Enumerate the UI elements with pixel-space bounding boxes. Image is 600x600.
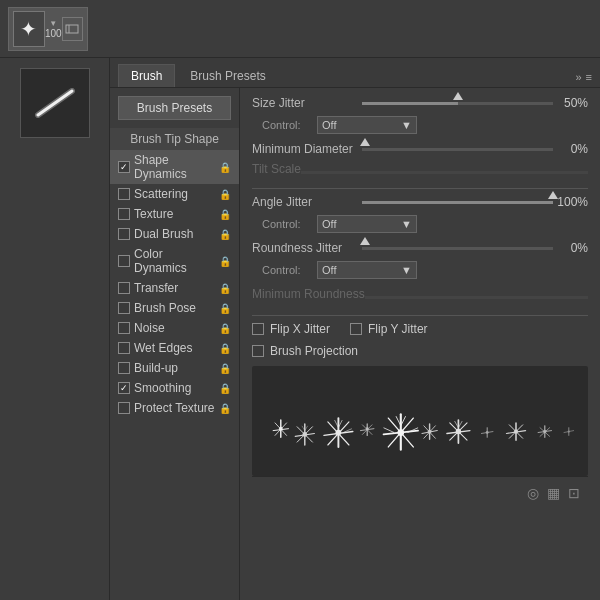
svg-point-57 (514, 429, 518, 433)
angle-jitter-slider[interactable] (362, 195, 553, 209)
brush-dropdown[interactable]: ▼ 100 (45, 19, 62, 39)
checkbox-protect-texture[interactable] (118, 402, 130, 414)
item-label-smoothing: Smoothing (134, 381, 215, 395)
angle-control-arrow-icon: ▼ (401, 218, 412, 230)
eyedropper-icon[interactable]: ◎ (527, 485, 539, 501)
svg-point-65 (568, 430, 570, 432)
checkbox-scattering[interactable] (118, 188, 130, 200)
lock-icon-wet-edges: 🔒 (219, 343, 231, 354)
list-item-texture[interactable]: Texture 🔒 (110, 204, 239, 224)
size-jitter-value: 50% (553, 96, 588, 110)
min-diameter-thumb (360, 138, 370, 146)
checkbox-brush-projection[interactable] (252, 345, 264, 357)
checkbox-flip-x[interactable] (252, 323, 264, 335)
svg-point-52 (486, 431, 489, 434)
list-item-wet-edges[interactable]: Wet Edges 🔒 (110, 338, 239, 358)
size-jitter-label: Size Jitter (252, 96, 362, 110)
svg-point-47 (456, 429, 461, 434)
svg-point-42 (428, 430, 432, 434)
top-toolbar: ✦ ▼ 100 (0, 0, 600, 58)
item-label-scattering: Scattering (134, 187, 215, 201)
brush-mode-icon[interactable] (62, 17, 83, 41)
roundness-jitter-track (362, 247, 553, 250)
svg-line-3 (38, 91, 72, 115)
item-label-transfer: Transfer (134, 281, 215, 295)
size-jitter-slider[interactable] (362, 96, 553, 110)
checkbox-brush-pose[interactable] (118, 302, 130, 314)
angle-jitter-row: Angle Jitter 100% (252, 195, 588, 209)
size-control-row: Control: Off ▼ (252, 116, 588, 134)
size-control-select[interactable]: Off ▼ (317, 116, 417, 134)
checkbox-smoothing[interactable] (118, 382, 130, 394)
svg-point-20 (336, 430, 342, 436)
list-item-protect-texture[interactable]: Protect Texture 🔒 (110, 398, 239, 418)
expand-icon[interactable]: » (575, 71, 581, 83)
checkbox-wet-edges[interactable] (118, 342, 130, 354)
min-diameter-label: Minimum Diameter (252, 142, 362, 156)
size-jitter-row: Size Jitter 50% (252, 96, 588, 110)
lock-icon-protect-texture: 🔒 (219, 403, 231, 414)
svg-point-28 (366, 427, 369, 430)
angle-jitter-track (362, 201, 553, 204)
roundness-control-arrow-icon: ▼ (401, 264, 412, 276)
brush-presets-button[interactable]: Brush Presets (118, 96, 231, 120)
grid-icon[interactable]: ▦ (547, 485, 560, 501)
tilt-scale-track (301, 171, 588, 174)
bottom-toolbar: ◎ ▦ ⊡ (252, 476, 588, 508)
checkbox-transfer[interactable] (118, 282, 130, 294)
size-control-label: Control: (262, 119, 317, 131)
divider2 (252, 315, 588, 316)
export-icon[interactable]: ⊡ (568, 485, 580, 501)
size-control-value: Off (322, 119, 336, 131)
tilt-scale-row: Tilt Scale (252, 162, 588, 182)
tab-brush[interactable]: Brush (118, 64, 175, 87)
brush-small-preview (20, 68, 90, 138)
list-item-color-dynamics[interactable]: Color Dynamics 🔒 (110, 244, 239, 278)
brush-icon[interactable]: ✦ (13, 11, 45, 47)
checkbox-shape-dynamics[interactable] (118, 161, 130, 173)
item-label-noise: Noise (134, 321, 215, 335)
dropdown-arrow-icon: ▼ (49, 19, 57, 28)
angle-control-select[interactable]: Off ▼ (317, 215, 417, 233)
min-diameter-slider[interactable] (362, 142, 553, 156)
checkbox-color-dynamics[interactable] (118, 255, 130, 267)
svg-point-8 (279, 427, 283, 431)
list-item-scattering[interactable]: Scattering 🔒 (110, 184, 239, 204)
angle-jitter-fill (362, 201, 553, 204)
settings-panel: Size Jitter 50% Control: Off ▼ (240, 88, 600, 600)
item-label-texture: Texture (134, 207, 215, 221)
lock-icon-smoothing: 🔒 (219, 383, 231, 394)
item-label-shape-dynamics: Shape Dynamics (134, 153, 215, 181)
min-diameter-row: Minimum Diameter 0% (252, 142, 588, 156)
list-item-smoothing[interactable]: Smoothing 🔒 (110, 378, 239, 398)
tab-presets[interactable]: Brush Presets (177, 64, 278, 87)
lock-icon-shape-dynamics: 🔒 (219, 162, 231, 173)
brush-tool-box[interactable]: ✦ ▼ 100 (8, 7, 88, 51)
size-control-arrow-icon: ▼ (401, 119, 412, 131)
checkbox-noise[interactable] (118, 322, 130, 334)
roundness-jitter-slider[interactable] (362, 241, 553, 255)
checkbox-flip-y[interactable] (350, 323, 362, 335)
star-brush-svg (252, 366, 588, 476)
list-item-dual-brush[interactable]: Dual Brush 🔒 (110, 224, 239, 244)
list-item-brush-pose[interactable]: Brush Pose 🔒 (110, 298, 239, 318)
list-item-noise[interactable]: Noise 🔒 (110, 318, 239, 338)
size-jitter-thumb (453, 92, 463, 100)
brush-list-panel: Brush Presets Brush Tip Shape Shape Dyna… (110, 88, 240, 600)
panel-content: Brush Presets Brush Tip Shape Shape Dyna… (110, 88, 600, 600)
lock-icon-transfer: 🔒 (219, 283, 231, 294)
list-item-buildup[interactable]: Build-up 🔒 (110, 358, 239, 378)
checkbox-dual-brush[interactable] (118, 228, 130, 240)
brush-size-label: 100 (45, 28, 62, 39)
checkbox-texture[interactable] (118, 208, 130, 220)
lock-icon-dual-brush: 🔒 (219, 229, 231, 240)
svg-point-62 (543, 430, 546, 433)
size-jitter-track (362, 102, 553, 105)
checkbox-buildup[interactable] (118, 362, 130, 374)
list-item-shape-dynamics[interactable]: Shape Dynamics 🔒 (110, 150, 239, 184)
roundness-control-label: Control: (262, 264, 317, 276)
list-item-transfer[interactable]: Transfer 🔒 (110, 278, 239, 298)
lock-icon-color-dynamics: 🔒 (219, 256, 231, 267)
menu-icon[interactable]: ≡ (586, 71, 592, 83)
roundness-control-select[interactable]: Off ▼ (317, 261, 417, 279)
